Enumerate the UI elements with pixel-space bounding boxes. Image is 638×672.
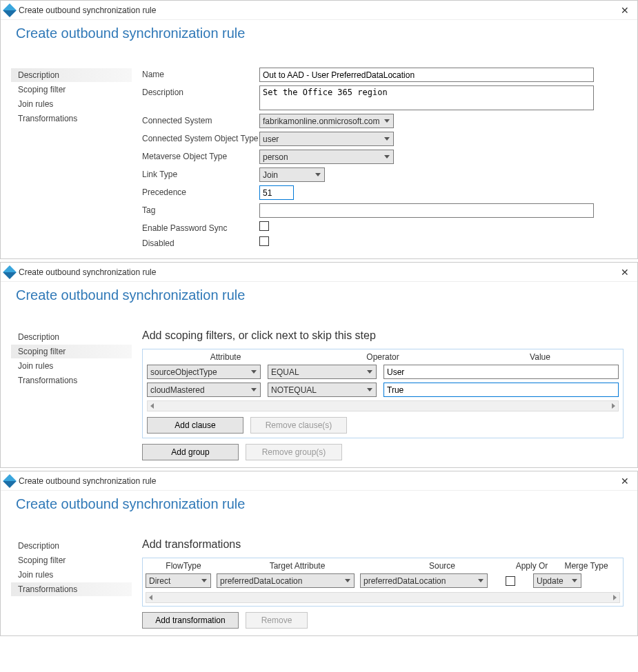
select-connected-system-value: fabrikamonline.onmicrosoft.com	[263, 116, 379, 126]
remove-transformation-button: Remove	[246, 612, 308, 629]
filter-row: sourceObjectType EQUAL	[147, 365, 619, 379]
nav-transformations[interactable]: Transformations	[11, 112, 132, 125]
nav-description[interactable]: Description	[11, 68, 132, 82]
select-cs-object-type[interactable]: user	[259, 132, 394, 146]
label-enable-password-sync: Enable Password Sync	[142, 221, 259, 233]
label-name: Name	[142, 68, 259, 79]
select-attribute-value: cloudMastered	[150, 385, 205, 395]
filter-row: cloudMastered NOTEQUAL	[147, 383, 619, 397]
checkbox-disabled[interactable]	[259, 236, 269, 246]
add-group-button[interactable]: Add group	[142, 444, 239, 460]
remove-group-button: Remove group(s)	[246, 444, 342, 460]
label-connected-system: Connected System	[142, 114, 259, 125]
checkbox-enable-password-sync[interactable]	[259, 221, 269, 231]
wizard-nav: Description Scoping filter Join rules Tr…	[4, 538, 132, 629]
app-logo-icon	[3, 474, 17, 488]
scoping-columns: Attribute Operator Value	[147, 349, 619, 365]
select-flowtype-value: Direct	[149, 576, 170, 586]
select-connected-system[interactable]: fabrikamonline.onmicrosoft.com	[259, 114, 394, 128]
label-precedence: Precedence	[142, 185, 259, 197]
wizard-nav: Description Scoping filter Join rules Tr…	[4, 68, 132, 252]
transformations-subheading: Add transformations	[142, 538, 624, 551]
transformation-row: Direct preferredDataLocation preferredDa…	[146, 573, 620, 588]
nav-description[interactable]: Description	[11, 330, 132, 344]
select-link-type-value: Join	[263, 170, 278, 180]
close-button[interactable]: ✕	[617, 473, 633, 489]
page-heading: Create outbound synchronization rule	[1, 282, 637, 316]
page-heading: Create outbound synchronization rule	[1, 20, 637, 54]
select-flowtype[interactable]: Direct	[146, 573, 211, 588]
col-attribute: Attribute	[147, 352, 304, 362]
window-transformations: Create outbound synchronization rule ✕ C…	[0, 471, 638, 636]
wizard-nav: Description Scoping filter Join rules Tr…	[4, 329, 132, 460]
select-target-value: preferredDataLocation	[220, 576, 302, 586]
app-logo-icon	[3, 3, 17, 17]
add-transformation-button[interactable]: Add transformation	[142, 612, 239, 629]
nav-join[interactable]: Join rules	[11, 97, 132, 111]
close-button[interactable]: ✕	[617, 264, 633, 281]
input-value[interactable]	[383, 365, 619, 379]
close-icon: ✕	[621, 267, 629, 278]
add-clause-button[interactable]: Add clause	[147, 417, 243, 434]
select-attribute-value: sourceObjectType	[150, 367, 217, 377]
nav-join[interactable]: Join rules	[11, 568, 132, 582]
label-tag: Tag	[142, 203, 259, 215]
group-buttons: Add group Remove group(s)	[142, 444, 624, 460]
close-icon: ✕	[621, 5, 629, 16]
col-merge-type: Merge Type	[552, 561, 620, 571]
label-description: Description	[142, 85, 259, 97]
select-source-value: preferredDataLocation	[363, 576, 446, 586]
close-button[interactable]: ✕	[617, 2, 633, 19]
col-target: Target Attribute	[221, 561, 373, 571]
col-source: Source	[373, 561, 511, 571]
input-value[interactable]	[383, 383, 619, 397]
select-mv-object-type-value: person	[263, 152, 288, 162]
nav-join[interactable]: Join rules	[11, 359, 132, 373]
select-attribute[interactable]: sourceObjectType	[147, 365, 261, 379]
scoping-subheading: Add scoping filters, or click next to sk…	[142, 329, 624, 342]
transformations-columns: FlowType Target Attribute Source Apply O…	[146, 558, 620, 573]
select-attribute[interactable]: cloudMastered	[147, 383, 261, 397]
label-mv-object-type: Metaverse Object Type	[142, 150, 259, 161]
body: Description Scoping filter Join rules Tr…	[1, 54, 637, 258]
select-merge-type[interactable]: Update	[533, 573, 581, 588]
nav-transformations[interactable]: Transformations	[11, 582, 132, 596]
scoping-content: Add scoping filters, or click next to sk…	[132, 329, 624, 460]
select-link-type[interactable]: Join	[259, 167, 325, 182]
window-scoping: Create outbound synchronization rule ✕ C…	[0, 262, 638, 468]
nav-transformations[interactable]: Transformations	[11, 374, 132, 387]
select-operator[interactable]: EQUAL	[268, 365, 377, 379]
page-heading: Create outbound synchronization rule	[1, 491, 637, 525]
select-source[interactable]: preferredDataLocation	[360, 573, 488, 588]
window-description: Create outbound synchronization rule ✕ C…	[0, 0, 638, 259]
select-operator[interactable]: NOTEQUAL	[268, 383, 377, 397]
select-merge-type-value: Update	[537, 576, 564, 586]
transformations-content: Add transformations FlowType Target Attr…	[132, 538, 624, 629]
col-value: Value	[461, 352, 619, 362]
titlebar: Create outbound synchronization rule ✕	[1, 1, 637, 20]
select-target-attribute[interactable]: preferredDataLocation	[217, 573, 355, 588]
input-description[interactable]: Set the Office 365 region	[259, 85, 594, 110]
input-name[interactable]	[259, 68, 594, 82]
description-form: Name Description Set the Office 365 regi…	[132, 68, 624, 252]
window-title: Create outbound synchronization rule	[19, 476, 156, 486]
checkbox-apply-once[interactable]	[506, 576, 515, 586]
input-precedence[interactable]	[259, 185, 294, 200]
remove-clause-button: Remove clause(s)	[250, 417, 347, 434]
nav-description[interactable]: Description	[11, 539, 132, 553]
titlebar: Create outbound synchronization rule ✕	[1, 263, 637, 282]
transformations-table: FlowType Target Attribute Source Apply O…	[142, 558, 624, 607]
label-link-type: Link Type	[142, 167, 259, 179]
select-mv-object-type[interactable]: person	[259, 150, 394, 164]
horizontal-scrollbar[interactable]	[146, 592, 620, 603]
body: Description Scoping filter Join rules Tr…	[1, 316, 637, 467]
select-cs-object-type-value: user	[263, 134, 279, 144]
nav-scoping[interactable]: Scoping filter	[11, 345, 132, 358]
label-disabled: Disabled	[142, 236, 259, 248]
horizontal-scrollbar[interactable]	[147, 400, 619, 411]
nav-scoping[interactable]: Scoping filter	[11, 83, 132, 96]
input-tag[interactable]	[259, 203, 594, 218]
close-icon: ✕	[621, 476, 629, 487]
nav-scoping[interactable]: Scoping filter	[11, 553, 132, 567]
scoping-group: Attribute Operator Value sourceObjectTyp…	[142, 349, 624, 438]
